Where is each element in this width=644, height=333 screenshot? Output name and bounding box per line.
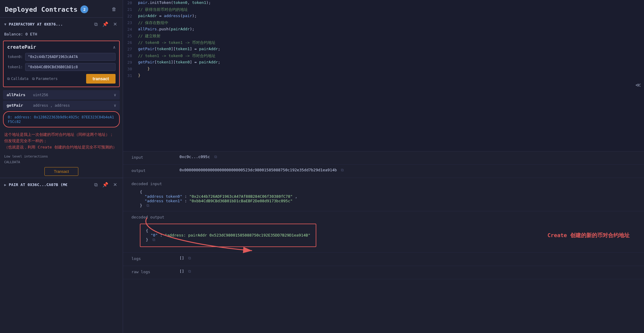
annotation-right: Create 创建的新的币对合约地址: [539, 229, 638, 241]
all-pairs-type: uint256: [33, 93, 111, 97]
token1-label: token1:: [7, 65, 23, 69]
annotation-line1: 这个地址是我上一次创建的币对合约地址（同样这两个地址）；: [4, 132, 119, 138]
parameters-link[interactable]: ⧉ Parameters: [32, 77, 58, 81]
output-label: output: [131, 168, 173, 173]
panel-header: Deployed Contracts 2 🗑: [0, 0, 123, 18]
decoded-output-highlight-box: { "0" : "address: pairAddr 0x523dC980015…: [140, 224, 316, 247]
balance-label: Balance:: [4, 32, 23, 36]
function-chevron-up[interactable]: ∧: [113, 45, 116, 50]
badge-count: 2: [80, 5, 88, 13]
copy-input-icon[interactable]: ⧉: [214, 154, 217, 159]
copy-address-icon[interactable]: ⧉: [93, 21, 99, 28]
collapse-area: ≪: [123, 79, 644, 89]
balance-value: 0 ETH: [25, 32, 37, 36]
annotation-box: 这个地址是我上一次创建的币对合约地址（同样这两个地址）； 但发现是完全不一样的；…: [0, 129, 123, 153]
all-pairs-name: allPairs: [7, 93, 31, 97]
decoded-out-val: "address: pairAddr 0x523dC98001585088750…: [165, 233, 310, 237]
function-box-header: createPair ∧: [7, 44, 116, 50]
all-pairs-row[interactable]: allPairs uint256 ∨: [3, 90, 120, 99]
code-line-28: 28 // token1 -> token0 -> 币对合约地址: [123, 53, 644, 60]
code-line-26: 26 // token0 -> token1 -> 币对合约地址: [123, 40, 644, 46]
logs-label: logs: [131, 256, 173, 261]
code-line-23: 23 // 保存在数组中: [123, 20, 644, 26]
input-value: 0xc9c...c095c ⧉: [179, 154, 636, 159]
decoded-out-key: "0": [151, 233, 158, 237]
output-value: 0x0000000000000000000000000523dc98001585…: [179, 168, 636, 173]
logs-value: [] ⧉: [179, 256, 636, 261]
decoded-input-obj: { "address token0" : "0x2c44b726ADF1963c…: [131, 188, 306, 208]
pin-icon[interactable]: 📌: [101, 21, 110, 28]
annotation-line3: （也就是说，利用 Create 创建的合约地址是完全不可预测的）: [4, 144, 119, 151]
parameters-icon: ⧉: [32, 77, 35, 81]
calldata-label: Calldata: [11, 77, 29, 81]
get-pair-type: address , address: [33, 103, 111, 108]
code-line-29: 29 getPair[token1][token0] = pairAddr;: [123, 60, 644, 66]
contract1-chevron-down: ▼: [4, 22, 6, 26]
code-line-27: 27 getPair[token0][token1] = pairAddr;: [123, 46, 644, 53]
code-line-30: 30 }: [123, 66, 644, 73]
panel-title: Deployed Contracts: [5, 6, 77, 13]
decoded-output-label: decoded output: [131, 214, 173, 219]
transact-button[interactable]: transact: [86, 74, 116, 84]
contract2-chevron: ▶: [4, 183, 6, 187]
get-pair-output-box: 0: address: 0x128622363b9d9c4925c 87EE32…: [3, 111, 120, 127]
token0-input[interactable]: [25, 53, 116, 61]
contract1-header[interactable]: ▼ PAIRFACTORY AT 0X876... ⧉ 📌 ✕: [0, 18, 123, 31]
all-pairs-chevron: ∨: [114, 93, 116, 97]
decoded-key1: "address token0": [145, 194, 182, 199]
tx-decoded-input-row: decoded input { "address token0" : "0x2c…: [123, 178, 644, 211]
close-contract-icon[interactable]: ✕: [112, 21, 119, 28]
code-line-22: 22 pairAddr = address(pair);: [123, 13, 644, 20]
token0-label: token0:: [7, 55, 23, 59]
tx-logs-row: logs [] ⧉: [123, 253, 644, 266]
contract2-actions: ⧉ 📌 ✕: [93, 181, 119, 188]
decoded-output-obj: { "0" : "address: pairAddr 0x523dC980015…: [146, 228, 310, 242]
tx-decoded-output-row: decoded output { "0" : "address: pairAdd…: [123, 211, 644, 253]
balance-row: Balance: 0 ETH: [0, 31, 123, 39]
raw-logs-value: [] ⧉: [179, 269, 636, 274]
left-panel: Deployed Contracts 2 🗑 ▼ PAIRFACTORY AT …: [0, 0, 123, 333]
contract2-close-icon[interactable]: ✕: [112, 181, 119, 188]
collapse-icon[interactable]: ≪: [635, 82, 641, 88]
copy-raw-logs-icon[interactable]: ⧉: [188, 269, 191, 273]
param-row-token1: token1:: [7, 63, 116, 71]
get-pair-row[interactable]: getPair address , address ∨: [3, 101, 120, 110]
code-area: 20 pair.initToken(token0, token1); 21 //…: [123, 0, 644, 151]
calldata-icon: ⧉: [7, 77, 10, 81]
decoded-val2: "0xbb4CdB9CBd36B01bD1cBaEBF2De08d9173bc0…: [189, 199, 293, 203]
tx-input-row: input 0xc9c...c095c ⧉: [123, 151, 644, 165]
contract1-item: ▼ PAIRFACTORY AT 0X876... ⧉ 📌 ✕ Balance:…: [0, 18, 123, 178]
transact-secondary-button[interactable]: Transact: [44, 167, 78, 176]
calldata-link[interactable]: ⧉ Calldata: [7, 77, 29, 81]
parameters-label: Parameters: [36, 77, 58, 81]
function-name: createPair: [7, 44, 36, 50]
code-line-31: 31 }: [123, 73, 644, 79]
decoded-key2: "address token1": [145, 199, 182, 203]
create-pair-box: createPair ∧ token0: token1: ⧉ Calldata …: [3, 41, 120, 87]
get-pair-output: 0: address: 0x128622363b9d9c4925c 87EE32…: [8, 115, 114, 124]
contract1-actions: ⧉ 📌 ✕: [93, 21, 119, 28]
code-line-21: 21 // 获得当前币对合约的地址: [123, 7, 644, 13]
decoded-input-label: decoded input: [131, 181, 173, 186]
low-level-label: Low level interactions: [0, 153, 123, 160]
main-content: 20 pair.initToken(token0, token1); 21 //…: [123, 0, 644, 333]
code-line-25: 25 // 建立映射: [123, 33, 644, 40]
copy-decoded-output-icon[interactable]: ⧉: [152, 237, 155, 242]
header-actions: 🗑: [110, 6, 118, 13]
calldata-label-bottom: CALLDATA: [0, 160, 123, 165]
contract2-row[interactable]: ▶ PAIR AT 0X36C...CA07B (M€ ⧉ 📌 ✕: [0, 178, 123, 191]
function-footer: ⧉ Calldata ⧉ Parameters transact: [7, 74, 116, 84]
input-label: input: [131, 154, 173, 160]
param-row-token0: token0:: [7, 53, 116, 61]
contract2-pin-icon[interactable]: 📌: [101, 181, 110, 188]
tx-output-row: output 0x0000000000000000000000000523dc9…: [123, 165, 644, 178]
raw-logs-label: raw logs: [131, 269, 173, 274]
copy-logs-icon[interactable]: ⧉: [188, 256, 191, 260]
trash-icon[interactable]: 🗑: [110, 6, 118, 13]
copy-output-icon[interactable]: ⧉: [341, 168, 344, 172]
contract2-copy-icon[interactable]: ⧉: [93, 182, 99, 188]
copy-decoded-input-icon[interactable]: ⧉: [146, 203, 149, 208]
decoded-val1: "0x2c44b726ADF1963cA47Af88B284C06f30380f…: [189, 194, 293, 199]
get-pair-name: getPair: [7, 103, 31, 108]
token1-input[interactable]: [25, 63, 116, 71]
